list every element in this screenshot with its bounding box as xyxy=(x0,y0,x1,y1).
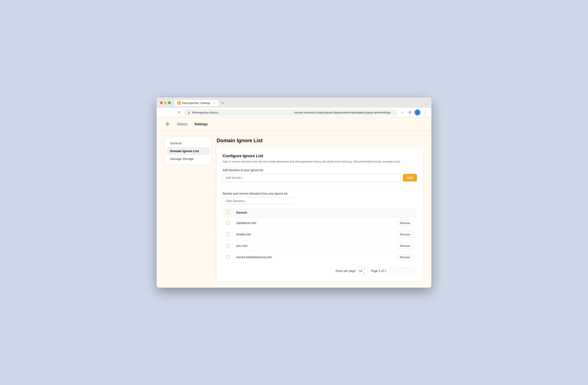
tab-close-button[interactable]: × xyxy=(212,101,216,105)
minimize-window-button[interactable] xyxy=(164,101,167,104)
address-actions: ☆ ⧉ 👤 ⋮ xyxy=(399,109,428,115)
rows-per-page: Rows per page 10 ⌃⌄ xyxy=(336,266,368,275)
remove-button-capitalone[interactable]: Remove xyxy=(397,220,413,226)
traffic-lights xyxy=(160,101,171,104)
row-checkbox-capitalone[interactable] xyxy=(226,221,230,224)
prev-page-button[interactable]: ‹ xyxy=(396,268,403,274)
sidebar-item-domain-ignore-list[interactable]: Domain Ignore List xyxy=(167,147,210,155)
table-header-domain: Domain xyxy=(233,208,351,217)
configure-desc: Add or remove domains from the list of w… xyxy=(223,160,417,164)
main-layout: General Domain Ignore List Manage Storag… xyxy=(157,131,431,288)
configure-card: Configure Ignore List Add or remove doma… xyxy=(217,148,423,281)
browser-window: R Retrospective: Settings × + ⌄ ← → ↻ 🔒 … xyxy=(157,97,431,288)
row-checkbox-cell xyxy=(223,240,233,251)
tab-favicon: R xyxy=(177,101,181,105)
remove-cell-pnc: Remove xyxy=(351,240,417,251)
table-row: pnc.com Remove xyxy=(223,240,417,251)
back-button[interactable]: ← xyxy=(160,109,166,115)
app-content: ✳ History Settings General Domain Ignore… xyxy=(157,117,431,288)
address-lock-icon: 🔒 xyxy=(187,111,190,114)
rows-per-page-label: Rows per page xyxy=(336,269,356,273)
row-checkbox-etrade[interactable] xyxy=(226,232,230,236)
add-domain-input[interactable] xyxy=(223,174,401,182)
reload-button[interactable]: ↻ xyxy=(176,109,182,115)
table-row: etrade.com Remove xyxy=(223,229,417,240)
remove-button-pnc[interactable]: Remove xyxy=(397,243,413,249)
sidebar: General Domain Ignore List Manage Storag… xyxy=(165,138,211,281)
nav-item-settings[interactable]: Settings xyxy=(191,121,211,127)
app-header: ✳ History Settings xyxy=(157,117,431,131)
rows-per-page-select[interactable]: 10 ⌃⌄ xyxy=(357,266,368,275)
star-button[interactable]: ☆ xyxy=(399,109,405,115)
add-domain-label: Add domains to your ignore list xyxy=(223,168,417,172)
main-panel: Domain Ignore List Configure Ignore List… xyxy=(217,138,423,281)
address-url: chrome-extension://kahcmjbnaccdbpnemeihm… xyxy=(294,111,394,114)
more-button[interactable]: ⋮ xyxy=(422,109,428,115)
next-page-button[interactable]: › xyxy=(403,268,409,274)
table-row: capitalone.com Remove xyxy=(223,217,417,229)
table-header-checkbox xyxy=(223,208,233,217)
new-tab-button[interactable]: + xyxy=(220,100,226,106)
pagination-row: Rows per page 10 ⌃⌄ Page 1 of 1 « ‹ › » xyxy=(223,263,417,275)
row-checkbox-cell xyxy=(223,251,233,263)
table-row: secure.bankofamerica.com Remove xyxy=(223,251,417,263)
extensions-button[interactable]: ⧉ xyxy=(407,109,413,115)
row-checkbox-cell xyxy=(223,229,233,240)
sidebar-card: General Domain Ignore List Manage Storag… xyxy=(165,138,211,164)
configure-title: Configure Ignore List xyxy=(223,154,417,158)
domain-value-boa: secure.bankofamerica.com xyxy=(233,251,351,263)
forward-button[interactable]: → xyxy=(168,109,174,115)
tab-title: Retrospective: Settings xyxy=(182,101,210,105)
domain-table-body: capitalone.com Remove etrade.com xyxy=(223,217,417,263)
app-logo: ✳ xyxy=(165,121,170,128)
page-nav-buttons: « ‹ › » xyxy=(390,268,416,274)
rows-value: 10 xyxy=(359,269,362,273)
add-domain-button[interactable]: Add xyxy=(403,174,417,182)
title-bar: R Retrospective: Settings × + ⌄ xyxy=(157,97,431,108)
nav-item-history[interactable]: History xyxy=(174,121,191,127)
sidebar-item-manage-storage[interactable]: Manage Storage xyxy=(167,155,210,163)
add-domain-row: Add xyxy=(223,174,417,182)
first-page-button[interactable]: « xyxy=(390,268,396,274)
address-site-name: Retrospective History xyxy=(192,111,292,114)
app-nav: History Settings xyxy=(174,121,211,127)
close-window-button[interactable] xyxy=(160,101,163,104)
remove-button-etrade[interactable]: Remove xyxy=(397,231,413,238)
maximize-window-button[interactable] xyxy=(168,101,171,104)
domain-value-etrade: etrade.com xyxy=(233,229,351,240)
profile-button[interactable]: 👤 xyxy=(415,109,420,115)
address-input[interactable]: 🔒 Retrospective History chrome-extension… xyxy=(184,110,397,115)
table-header-row: Domain xyxy=(223,208,417,217)
table-header-action xyxy=(351,208,417,217)
favicon-icon: R xyxy=(178,102,180,104)
select-all-checkbox[interactable] xyxy=(226,211,230,214)
tab-bar: R Retrospective: Settings × + ⌄ xyxy=(174,100,428,106)
remove-button-boa[interactable]: Remove xyxy=(397,254,413,260)
domain-value-pnc: pnc.com xyxy=(233,240,351,251)
tab-dropdown-button[interactable]: ⌄ xyxy=(422,101,428,106)
domain-value-capitalone: capitalone.com xyxy=(233,217,351,229)
filter-domains-input[interactable] xyxy=(223,197,294,204)
review-label: Review and remove domains from your igno… xyxy=(223,192,417,195)
address-bar: ← → ↻ 🔒 Retrospective History chrome-ext… xyxy=(157,108,431,117)
sidebar-item-general[interactable]: General xyxy=(167,139,210,147)
page-info: Page 1 of 1 xyxy=(371,269,386,273)
row-checkbox-cell xyxy=(223,217,233,229)
active-tab[interactable]: R Retrospective: Settings × xyxy=(174,100,219,106)
domain-table: Domain capitalone.com R xyxy=(223,208,417,263)
row-checkbox-boa[interactable] xyxy=(226,255,230,259)
row-checkbox-pnc[interactable] xyxy=(226,244,230,247)
remove-cell-capitalone: Remove xyxy=(351,217,417,229)
remove-cell-boa: Remove xyxy=(351,251,417,263)
last-page-button[interactable]: » xyxy=(410,268,416,274)
rows-select-chevron-icon: ⌃⌄ xyxy=(363,267,366,274)
remove-cell-etrade: Remove xyxy=(351,229,417,240)
section-divider xyxy=(223,187,417,188)
panel-title: Domain Ignore List xyxy=(217,138,423,143)
